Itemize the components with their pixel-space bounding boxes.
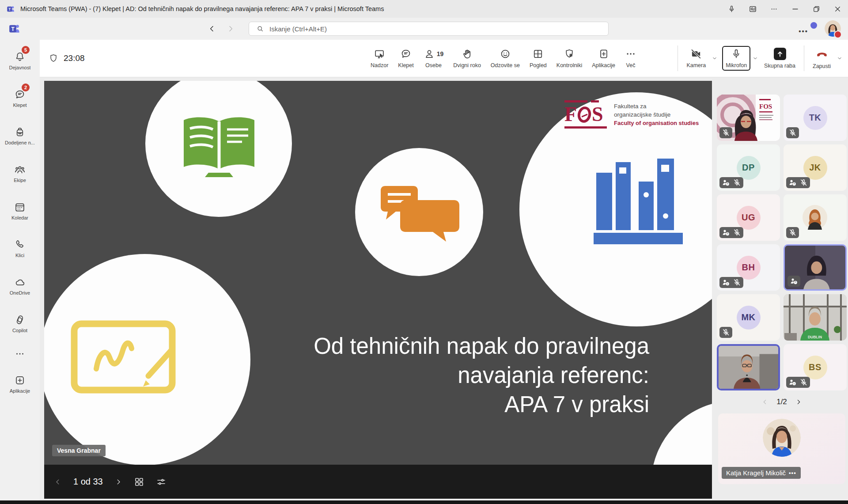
titlebar-search-window-button[interactable] [742, 0, 763, 18]
grid-view-button[interactable] [134, 477, 144, 487]
toolbar-button-nadzor[interactable]: Nadzor [367, 46, 392, 70]
minimize-button[interactable] [784, 0, 806, 18]
slide-page-indicator: 1 od 33 [73, 477, 103, 487]
more-menu-dots[interactable]: ••• [789, 470, 796, 476]
app-sidebar: Dejavnost5Klepet2Dodeljene n...EkipeKole… [0, 40, 40, 504]
slide-title-line: APA 7 v praksi [314, 390, 649, 419]
toolbar-button-osebe[interactable]: 19Osebe [420, 46, 448, 70]
participant-tile-woman-short-hair[interactable]: ? [784, 244, 847, 291]
avatar-initials: DP [742, 163, 755, 173]
sidebar-item-dejavnost[interactable]: Dejavnost5 [0, 42, 40, 80]
search-bar[interactable] [249, 22, 609, 36]
sidebar-item-koledar[interactable]: Koledar [0, 192, 40, 230]
share-button[interactable]: Skupna raba [760, 46, 799, 71]
navigate-forward-button[interactable] [226, 24, 235, 33]
toolbar-button-vec[interactable]: Več [621, 46, 640, 70]
titlebar-microphone-button[interactable] [721, 0, 742, 18]
sidebar-item-vec[interactable] [0, 342, 40, 365]
participant-tile-ug[interactable]: UG? [717, 194, 780, 241]
participant-status-pill [719, 127, 732, 138]
avatar: MK [737, 306, 761, 330]
share-arrow-icon [775, 49, 785, 59]
hang-up-icon [815, 47, 829, 61]
next-page-button[interactable] [795, 398, 802, 405]
participant-tile-katja[interactable]: Katja Kragelj Mikolič ••• [718, 413, 845, 484]
sidebar-item-onedrive[interactable]: OneDrive [0, 267, 40, 305]
slide-options-button[interactable] [156, 477, 167, 487]
participant-name-label: Katja Kragelj Mikolič ••• [722, 467, 801, 479]
divider [678, 45, 678, 71]
participant-tile-dp[interactable]: DP? [717, 144, 780, 191]
participant-tile-grid: FOSTKDP?JK?UG?BH!?MKDUBLINBS! [717, 81, 847, 390]
header-more-button[interactable]: ••• [799, 27, 808, 35]
camera-button[interactable]: Kamera [682, 46, 710, 70]
participant-tile-bh[interactable]: BH! [717, 244, 780, 291]
sidebar-item-aplikacije[interactable]: Aplikacije [0, 365, 40, 403]
svg-text:?: ? [793, 182, 795, 185]
navigate-back-button[interactable] [208, 24, 216, 33]
participant-status-pill: ? [786, 177, 810, 188]
toolbar-button-dvigni-roko[interactable]: Dvigni roko [449, 46, 485, 70]
microphone-button[interactable]: Mikrofon [722, 46, 750, 71]
meeting-timer: 23:08 [64, 53, 85, 63]
bookshelf-illustration [593, 154, 684, 248]
participant-tile-woman-blonde[interactable] [784, 194, 847, 241]
toolbar-button-aplikacije[interactable]: Aplikacije [588, 46, 619, 70]
sidebar-item-klici[interactable]: Klici [0, 230, 40, 267]
participant-tile-man-office[interactable]: DUBLIN [784, 294, 847, 341]
toolbar-button-klepet[interactable]: Klepet [394, 46, 417, 70]
previous-page-button[interactable] [761, 398, 768, 405]
minimize-icon [791, 5, 799, 13]
fos-logo-bar [564, 126, 607, 129]
close-button[interactable] [827, 0, 848, 18]
toolbar-button-label: Kontrolniki [556, 62, 582, 68]
participant-tile-self[interactable] [717, 344, 780, 390]
calendar-icon [14, 201, 26, 213]
leave-options-chevron[interactable] [837, 55, 843, 61]
fos-logo-mark: FS [564, 100, 607, 129]
next-slide-button[interactable] [114, 478, 122, 486]
toolbar-button-odzovite-se[interactable]: Odzovite se [487, 46, 524, 70]
notification-dot [810, 22, 817, 29]
avatar-initials: TK [809, 113, 822, 123]
participant-tile-jk[interactable]: JK? [784, 144, 847, 191]
toolbar-button-pogled[interactable]: Pogled [526, 46, 551, 70]
participant-name: Katja Kragelj Mikolič [726, 469, 786, 477]
shared-presentation: FS Fakulteta za organizacijske študije F… [44, 81, 712, 499]
micoff-icon [722, 328, 730, 337]
svg-text:T: T [8, 7, 11, 11]
presenter-name-label: Vesna Grabnar [52, 445, 106, 456]
titlebar-more-button[interactable] [763, 0, 784, 18]
leave-button[interactable]: Zapusti [809, 45, 835, 71]
camera-options-chevron[interactable] [712, 55, 718, 61]
sidebar-item-klepet[interactable]: Klepet2 [0, 80, 40, 117]
toolbar-button-label: Aplikacije [592, 62, 615, 68]
participant-status-pill: ? [719, 177, 743, 188]
toolbar-button-kontrolniki[interactable]: Kontrolniki [553, 46, 586, 70]
restore-button[interactable] [806, 0, 827, 18]
toolbar-button-label: Nadzor [371, 62, 388, 68]
participant-tile-mk[interactable]: MK [717, 294, 780, 341]
video-feed-man-office: DUBLIN [784, 294, 847, 341]
svg-text:T: T [11, 26, 15, 32]
search-input[interactable] [269, 25, 608, 33]
fos-text-line: organizacijske študije [614, 111, 699, 118]
microphone-options-chevron[interactable] [752, 55, 758, 61]
tablet-pen-illustration [71, 319, 183, 401]
participant-tile-presenter-fos[interactable]: FOS [717, 95, 780, 141]
avatar-initials: BH [742, 262, 755, 273]
participant-tile-bs[interactable]: BS! [784, 344, 847, 390]
previous-slide-button[interactable] [54, 478, 62, 486]
meeting-toolbar-right: Kamera Mikrofon Skupna raba Zapusti [673, 40, 844, 77]
grid4-icon [532, 48, 544, 60]
personq-icon: ? [722, 178, 730, 187]
sidebar-item-copilot[interactable]: Copilot [0, 305, 40, 342]
slide-title-line: Od tehničnih napak do pravilnega [314, 332, 649, 361]
sidebar-item-dodeljene-naloge[interactable]: Dodeljene n... [0, 117, 40, 155]
page-indicator: 1/2 [776, 398, 787, 406]
sidebar-item-ekipe[interactable]: Ekipe [0, 155, 40, 192]
participant-tile-tk[interactable]: TK [784, 95, 847, 141]
titlebar-controls [721, 0, 848, 18]
micoff-icon [733, 278, 741, 287]
micoff-icon [733, 178, 741, 187]
